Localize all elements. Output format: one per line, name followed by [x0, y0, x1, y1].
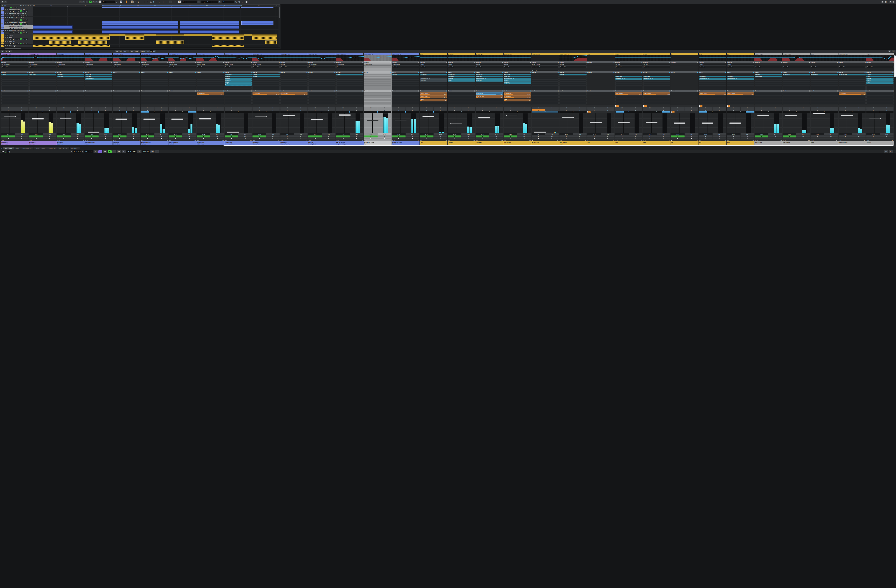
- link-group[interactable]: Link▼e: [123, 50, 129, 52]
- listen-button[interactable]: L: [113, 109, 126, 111]
- insert-slot-empty[interactable]: [197, 74, 224, 75]
- fader-handle[interactable]: [60, 117, 72, 119]
- fader-value[interactable]: 0.00: [280, 133, 281, 135]
- fader-handle[interactable]: [255, 116, 267, 117]
- record-enable-button[interactable]: ●: [9, 15, 12, 16]
- record-enable-button[interactable]: [225, 138, 238, 139]
- goto-next-marker-icon[interactable]: ⏭: [122, 150, 126, 153]
- pan-control[interactable]: C: [253, 111, 280, 113]
- send-slot-empty[interactable]: [85, 92, 112, 95]
- edit-channel-button[interactable]: e: [127, 109, 140, 111]
- monitor-button[interactable]: ◀: [12, 43, 14, 44]
- channel-zoom-count[interactable]: 32: [149, 50, 153, 52]
- draw-tool[interactable]: ✎: [134, 0, 137, 3]
- insert-slot-empty[interactable]: [113, 88, 140, 90]
- insert-slot-empty[interactable]: [280, 88, 281, 90]
- send-slot-empty[interactable]: [29, 102, 56, 105]
- write-automation-button[interactable]: W: [92, 0, 95, 3]
- input-routing[interactable]: All MIDI Inputs: [57, 64, 84, 66]
- channel-strip-button[interactable]: ≡: [26, 15, 28, 16]
- automation-panel-button[interactable]: A: [95, 0, 98, 3]
- insert-slot-empty[interactable]: [113, 84, 140, 86]
- folder-icon[interactable]: ▱: [1, 34, 4, 36]
- tab-chord-pads[interactable]: Chord Pads: [47, 147, 58, 149]
- mute-button[interactable]: M: [5, 9, 7, 10]
- record-enable-button[interactable]: ●: [9, 43, 12, 44]
- send-slot-empty[interactable]: [225, 92, 252, 95]
- send-slot-empty[interactable]: [29, 99, 56, 101]
- solo-button[interactable]: S: [154, 107, 168, 109]
- track-row[interactable]: 23MSPadshop - Breathy Choir ● ◀ e ▥ R W …: [1, 17, 33, 21]
- insert-slot-empty[interactable]: [253, 86, 280, 88]
- send-slot-empty[interactable]: [113, 92, 140, 95]
- listen-button[interactable]: L: [197, 109, 210, 111]
- sends-icon[interactable]: ☐: [223, 90, 224, 91]
- play-button[interactable]: [108, 150, 112, 153]
- channel-name-plate[interactable]: Retrologue -Bass Swells: [1, 142, 29, 145]
- send-slot-empty[interactable]: [57, 92, 84, 95]
- instrument-button[interactable]: ▥: [17, 11, 20, 12]
- track-filter-icon[interactable]: ▼̸: [4, 5, 6, 6]
- fader-handle[interactable]: [32, 118, 44, 120]
- read-button[interactable]: R: [57, 136, 71, 137]
- instrument-button[interactable]: ▥: [17, 19, 20, 21]
- fader-handle[interactable]: [143, 119, 155, 120]
- write-button[interactable]: W: [23, 43, 25, 44]
- output-routing[interactable]: Stereo Out: [141, 66, 168, 68]
- solo-button[interactable]: S: [7, 45, 9, 47]
- monitor-button[interactable]: ◀: [12, 27, 14, 29]
- sends-icon[interactable]: ☐: [167, 90, 168, 91]
- edit-channel-button[interactable]: e: [154, 109, 168, 111]
- insert-plugin[interactable]: Chorus: [2, 74, 29, 75]
- send-slot-empty[interactable]: [141, 102, 168, 105]
- insert-plugin[interactable]: Frequency: [57, 76, 84, 78]
- insert-plugin[interactable]: Compressor: [225, 84, 252, 86]
- fader-value[interactable]: -2.00: [253, 133, 266, 135]
- fader-area[interactable]: [113, 113, 140, 133]
- solo-button[interactable]: S: [15, 107, 29, 109]
- send-slot-empty[interactable]: [280, 102, 281, 105]
- mute-button[interactable]: M: [5, 13, 7, 14]
- insert-slot-empty[interactable]: [85, 80, 112, 82]
- record-enable-button[interactable]: [57, 138, 71, 139]
- channel-name-plate[interactable]: Padshop - EthnicKlung: [85, 142, 113, 145]
- insert-slot-empty[interactable]: [113, 80, 140, 82]
- record-enable-button[interactable]: [197, 138, 210, 139]
- write-button[interactable]: W: [71, 136, 84, 137]
- insert-slot-empty[interactable]: [2, 86, 29, 88]
- channel-name-plate[interactable]: Retrologue -Electric Piano: [252, 142, 280, 145]
- snap-icon[interactable]: ✛: [178, 0, 181, 3]
- solo-button[interactable]: S: [266, 107, 280, 109]
- channel-strip-retrologue-el-[interactable]: Retrologue - El.Routing⇆No BusStereo Out…: [280, 53, 281, 145]
- pan-control[interactable]: L: [141, 111, 168, 113]
- insert-slot-empty[interactable]: [197, 76, 224, 78]
- midi-part[interactable]: [33, 30, 73, 34]
- sends-icon[interactable]: ☐: [83, 90, 84, 91]
- send-slot-empty[interactable]: [280, 99, 281, 101]
- pan-control[interactable]: C: [29, 111, 56, 113]
- record-enable-button[interactable]: [85, 138, 99, 139]
- input-routing[interactable]: All MIDI Inputs: [169, 64, 196, 66]
- insert-plugin[interactable]: StudioEQ: [225, 76, 252, 78]
- peak-value[interactable]: -10.0: [210, 133, 224, 135]
- peak-value[interactable]: -oo: [238, 133, 252, 135]
- track-row[interactable]: 24MSHALion Sonic - Angels ...gs ● ◀ e ▥ …: [1, 21, 33, 25]
- send-slot-empty[interactable]: [253, 95, 280, 98]
- pan-control[interactable]: C: [85, 111, 112, 113]
- playhead[interactable]: [143, 5, 143, 47]
- insert-slot-empty[interactable]: [169, 80, 196, 82]
- left-locator[interactable]: 23. 1. 1. 0: [73, 150, 82, 153]
- instrument-button[interactable]: ∞: [17, 38, 20, 40]
- automation-icon[interactable]: ∿: [99, 0, 101, 3]
- insert-slot-empty[interactable]: [169, 76, 196, 78]
- channel-name[interactable]: Padshop - Spid.: [113, 53, 140, 55]
- tab-modulators[interactable]: Modulators: [70, 147, 80, 149]
- project-hscrollbar[interactable]: [1, 47, 280, 49]
- widen-channels-icon[interactable]: ◆: [148, 50, 149, 52]
- routing-icon[interactable]: ⇆: [195, 62, 196, 63]
- mute-button[interactable]: M: [5, 21, 7, 23]
- instrument-button[interactable]: ∞: [17, 43, 20, 44]
- insert-plugin[interactable]: Compressor: [225, 74, 252, 75]
- input-routing[interactable]: All MIDI Inputs: [29, 64, 56, 66]
- qlink-button[interactable]: Q-Link: [140, 50, 146, 52]
